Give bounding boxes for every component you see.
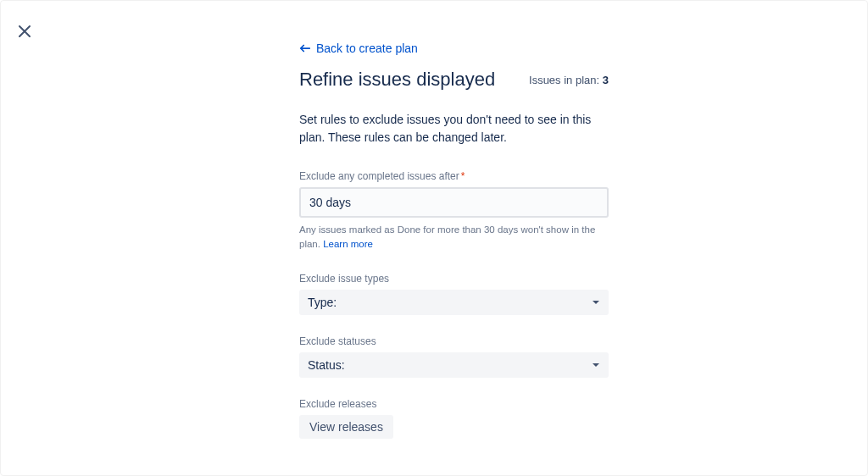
issues-in-plan-label: Issues in plan:: [529, 74, 599, 86]
issues-in-plan: Issues in plan: 3: [529, 74, 609, 86]
chevron-down-icon: [592, 298, 600, 307]
issue-types-label: Exclude issue types: [299, 273, 609, 285]
statuses-dropdown[interactable]: Status:: [299, 352, 609, 378]
close-icon: [19, 25, 31, 37]
arrow-left-icon: [299, 42, 311, 54]
required-asterisk: *: [461, 170, 465, 182]
completed-after-helper: Any issues marked as Done for more than …: [299, 223, 609, 252]
statuses-label: Exclude statuses: [299, 335, 609, 347]
completed-after-label: Exclude any completed issues after*: [299, 170, 609, 182]
page-description: Set rules to exclude issues you don't ne…: [299, 111, 609, 147]
statuses-placeholder: Status:: [308, 358, 345, 372]
back-link-label: Back to create plan: [316, 42, 418, 55]
close-button[interactable]: [14, 21, 35, 42]
learn-more-link[interactable]: Learn more: [323, 239, 373, 249]
issue-types-placeholder: Type:: [308, 296, 337, 309]
releases-label: Exclude releases: [299, 398, 609, 410]
issues-in-plan-count: 3: [603, 74, 609, 86]
completed-after-input[interactable]: [299, 187, 609, 218]
back-link[interactable]: Back to create plan: [299, 42, 418, 55]
page-title: Refine issues displayed: [299, 69, 495, 91]
view-releases-button[interactable]: View releases: [299, 415, 393, 439]
chevron-down-icon: [592, 361, 600, 369]
issue-types-dropdown[interactable]: Type:: [299, 290, 609, 315]
